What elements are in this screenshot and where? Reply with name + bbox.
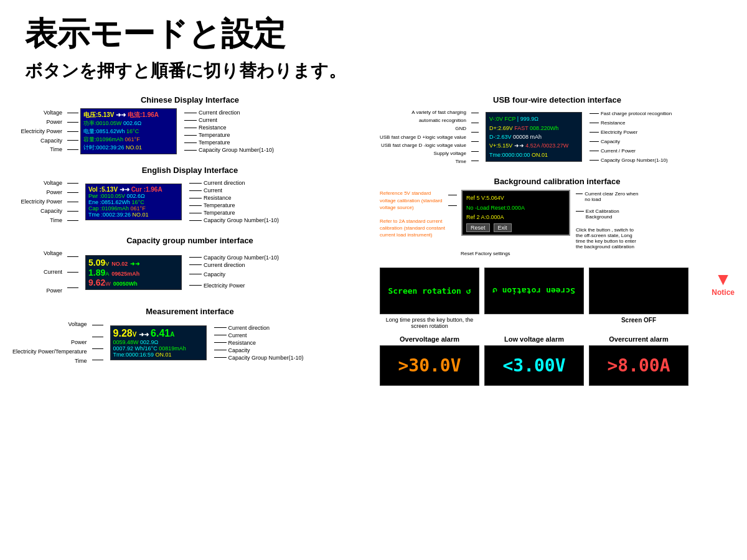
reset-button[interactable]: Reset (466, 223, 490, 232)
measurement-labels-left: Voltage Power Electricity Power/Temperat… (12, 320, 87, 366)
overvoltage-alarm-box: Overvoltage alarm >30.0V (380, 335, 479, 386)
reset-factory-label: Reset Factory settings (461, 251, 510, 256)
english-display-screen: Vol :5.13V ➜➜ Cur :1.96A Pwr :0010.05V 0… (85, 184, 182, 220)
cal-right2-label: Exit Calibration Background (586, 208, 642, 220)
page-title: 表示モードと設定 (0, 0, 747, 59)
chinese-display-screen: 电压:5.13V ➜➜ 电流:1.96A 功率:0010.05W 002.6Ω … (80, 108, 177, 154)
overcurrent-alarm-box: Overcurrent alarm >8.00A (589, 335, 688, 386)
english-display-title: English Display Interface (12, 166, 367, 175)
alarm-section: Overvoltage alarm >30.0V Low voltage ala… (380, 335, 735, 386)
english-display-section: English Display Interface Voltage Power … (12, 166, 367, 225)
measurement-section: Measurement interface Voltage Power Elec… (12, 307, 367, 366)
usb-title: USB four-wire detection interface (380, 95, 735, 105)
rotation-section: Screen rotation ↺ Screen rotation ↺ (380, 268, 735, 329)
notice-arrow-icon: ▼ (715, 271, 732, 288)
usb-display-screen: V-:0V FCP | 999.9Ω D+:2.69V FAST 008.220… (486, 112, 582, 162)
screen-off-label: Screen OFF (589, 317, 688, 329)
overcurrent-value: >8.00A (607, 355, 670, 376)
capacity-section: Capacity group number interface Voltage … (12, 236, 367, 295)
screen-rotation-normal-box: Screen rotation ↺ (380, 268, 479, 314)
calibration-display-screen: Ref 5 V:5.064V No -Load Reset:0.000A Ref… (461, 190, 570, 236)
rotation-flipped-text: Screen rotation ↺ (492, 286, 575, 296)
capacity-title: Capacity group number interface (12, 236, 367, 245)
calibration-title: Background calibration interface (380, 177, 735, 186)
low-voltage-alarm-box: Low voltage alarm <3.00V (484, 335, 584, 386)
exit-button[interactable]: Exit (494, 223, 512, 232)
usb-section: USB four-wire detection interface A vari… (380, 95, 735, 166)
calibration-section: Background calibration interface Referen… (380, 177, 735, 256)
low-voltage-alarm-display: <3.00V (484, 345, 584, 386)
chinese-display-title: Chinese Display Interface (12, 95, 367, 105)
rotation-normal-text: Screen rotation ↺ (388, 286, 471, 296)
screen-off-box (589, 268, 688, 314)
measurement-title: Measurement interface (12, 307, 367, 316)
capacity-labels-left: Voltage Current Power (12, 249, 62, 295)
chinese-display-section: Chinese Display Interface Voltage Power … (12, 95, 367, 154)
cal-ref1-label: Reference 5V standard voltage calibratio… (380, 190, 445, 211)
overcurrent-alarm-title: Overcurrent alarm (589, 335, 688, 343)
screen-rotation-flipped-box: Screen rotation ↺ (484, 268, 584, 314)
overvoltage-value: >30.0V (398, 355, 461, 376)
cal-right1-label: Current clear Zero when no load (585, 191, 642, 202)
notice-label: Notice (712, 288, 735, 297)
cal-right3-label: Click the button , switch to the off-scr… (576, 227, 636, 250)
measurement-display-screen: 9.28V ➜➜ 6.41A 0059.48W 002.9Ω 0007.92 W… (110, 325, 207, 360)
rotation-long-press-label: Long time press the key button, the scre… (380, 317, 479, 329)
low-voltage-alarm-title: Low voltage alarm (484, 335, 584, 343)
cal-ref2-label: Refer to 2A standard current calibration… (380, 218, 445, 239)
usb-labels-left: A variety of fast chargingautomatic reco… (380, 108, 466, 166)
notice-area: ▼ Notice (712, 271, 735, 297)
capacity-display-screen: 5.09V NO.02 ➜➜ 1.89A 09625mAh 9.62W 0005… (85, 255, 182, 290)
overcurrent-alarm-display: >8.00A (589, 345, 688, 386)
overvoltage-alarm-title: Overvoltage alarm (380, 335, 479, 343)
page-subtitle: ボタンを押すと順番に切り替わります。 (0, 59, 747, 95)
chinese-labels-left: Voltage Power Electricity Power Capacity… (12, 108, 62, 154)
english-labels-left: Voltage Power Electricity Power Capacity… (12, 179, 62, 225)
low-voltage-value: <3.00V (502, 355, 565, 376)
overvoltage-alarm-display: >30.0V (380, 345, 479, 386)
